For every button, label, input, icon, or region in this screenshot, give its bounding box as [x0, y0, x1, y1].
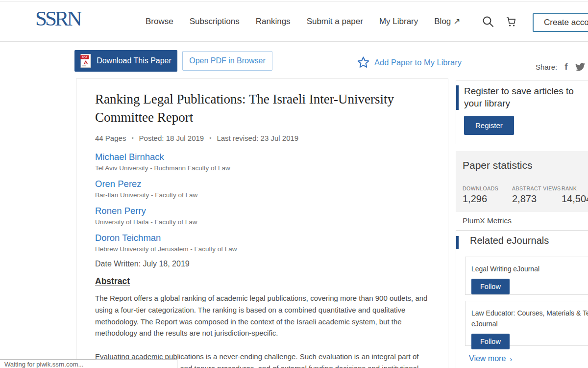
nav-item-browse[interactable]: Browse: [146, 17, 173, 26]
follow-button[interactable]: Follow: [471, 334, 510, 349]
accent-bar: [456, 85, 459, 110]
stat-value: 14,504: [562, 193, 588, 205]
nav-item-subscriptions[interactable]: Subscriptions: [190, 17, 240, 26]
share-group: Share: f: [536, 61, 588, 72]
stat-abstract-views: ABSTRACT VIEWS 2,873: [512, 185, 561, 205]
author-affiliation: University of Haifa - Faculty of Law: [95, 218, 429, 227]
nav-item-blog[interactable]: Blog↗: [434, 16, 460, 26]
plumx-metrics-link[interactable]: PlumX Metrics: [463, 216, 512, 225]
paper-card: Ranking Legal Publications: The Israeli …: [76, 79, 448, 368]
authors-list: Michael Birnhack Tel Aviv University - B…: [95, 151, 429, 254]
site-header: SSRN Browse Subscriptions Rankings Submi…: [0, 1, 588, 42]
star-icon: [357, 56, 370, 69]
journal-title-line1: Law Educator: Courses, Materials & Teach…: [471, 308, 588, 318]
register-button[interactable]: Register: [464, 116, 514, 135]
svg-text:PDF: PDF: [82, 56, 88, 59]
stat-downloads: DOWNLOADS 1,296: [463, 185, 498, 205]
main-nav: Browse Subscriptions Rankings Submit a p…: [146, 1, 461, 41]
stat-label: RANK: [562, 185, 588, 191]
author-block: Ronen Perry University of Haifa - Facult…: [95, 205, 429, 227]
paper-title: Ranking Legal Publications: The Israeli …: [95, 90, 421, 127]
browser-status-bar: Waiting for piwik.ssrn.com...: [0, 359, 177, 368]
posted-date: Posted: 18 Jul 2019: [139, 134, 204, 142]
stat-rank: RANK 14,504: [562, 185, 588, 205]
ssrn-paper-page: SSRN Browse Subscriptions Rankings Submi…: [0, 0, 588, 368]
meta-separator: •: [209, 135, 211, 142]
open-pdf-button[interactable]: Open PDF in Browser: [182, 51, 272, 71]
arrow-up-right-icon: ↗: [453, 16, 460, 26]
author-link[interactable]: Ronen Perry: [95, 205, 429, 216]
author-block: Oren Perez Bar-Ilan University - Faculty…: [95, 178, 429, 200]
related-ejournals-heading: Related eJournals: [470, 235, 549, 246]
accent-bar: [456, 236, 459, 249]
pages-count: 44 Pages: [95, 134, 126, 142]
related-ejournals-box: Related eJournals Legal Writing eJournal…: [456, 230, 588, 368]
register-box: Register to save articles to your librar…: [456, 80, 588, 144]
pdf-icon: PDF: [80, 54, 91, 68]
author-affiliation: Tel Aviv University - Buchmann Faculty o…: [95, 164, 429, 173]
stat-value: 2,873: [512, 193, 561, 205]
nav-item-my-library[interactable]: My Library: [379, 17, 418, 26]
statistics-heading: Paper statistics: [463, 159, 588, 171]
author-affiliation: Bar-Ilan University - Faculty of Law: [95, 191, 429, 200]
paper-statistics-box: Paper statistics DOWNLOADS 1,296 ABSTRAC…: [456, 151, 588, 212]
stat-label: DOWNLOADS: [463, 185, 498, 191]
date-written: Date Written: July 18, 2019: [95, 260, 429, 268]
cart-icon[interactable]: [505, 15, 517, 28]
register-heading: Register to save articles to your librar…: [464, 85, 587, 109]
paper-meta: 44 Pages • Posted: 18 Jul 2019 • Last re…: [95, 134, 429, 142]
search-icon[interactable]: [482, 15, 494, 28]
download-paper-button[interactable]: PDF Download This Paper: [74, 50, 177, 72]
author-affiliation: Hebrew University of Jerusalem - Faculty…: [95, 245, 429, 254]
author-link[interactable]: Oren Perez: [95, 178, 429, 189]
facebook-icon[interactable]: f: [564, 61, 567, 72]
author-block: Doron Teichman Hebrew University of Jeru…: [95, 232, 429, 254]
twitter-icon[interactable]: [575, 63, 585, 71]
chevron-right-icon: ›: [510, 355, 512, 363]
journal-title[interactable]: Law Educator: Courses, Materials & Teach…: [471, 308, 588, 329]
journal-card: Law Educator: Courses, Materials & Teach…: [465, 301, 588, 346]
follow-button[interactable]: Follow: [471, 279, 510, 294]
view-more-label: View more: [469, 354, 506, 363]
author-link[interactable]: Doron Teichman: [95, 232, 429, 243]
nav-item-submit-paper[interactable]: Submit a paper: [307, 17, 363, 26]
meta-separator: •: [131, 135, 133, 142]
download-paper-label: Download This Paper: [97, 56, 172, 65]
author-link[interactable]: Michael Birnhack: [95, 151, 429, 162]
abstract-heading: Abstract: [95, 276, 429, 287]
ssrn-logo[interactable]: SSRN: [35, 6, 80, 30]
abstract-paragraph-1: The Report offers a global ranking of ac…: [95, 292, 429, 339]
stat-label: ABSTRACT VIEWS: [512, 185, 561, 191]
add-to-library-label: Add Paper to My Library: [374, 58, 462, 67]
view-more-link[interactable]: View more ›: [469, 354, 512, 363]
author-block: Michael Birnhack Tel Aviv University - B…: [95, 151, 429, 173]
add-to-library-button[interactable]: Add Paper to My Library: [357, 56, 462, 69]
journal-title[interactable]: Legal Writing eJournal: [471, 263, 588, 274]
revised-date: Last revised: 23 Jul 2019: [217, 134, 298, 142]
journal-title-line2: eJournal: [471, 318, 588, 329]
journal-card: Legal Writing eJournal Follow: [465, 257, 588, 295]
share-label: Share:: [536, 63, 557, 71]
create-account-button[interactable]: Create account: [533, 13, 588, 32]
stat-value: 1,296: [463, 193, 498, 205]
nav-item-rankings[interactable]: Rankings: [256, 17, 291, 26]
